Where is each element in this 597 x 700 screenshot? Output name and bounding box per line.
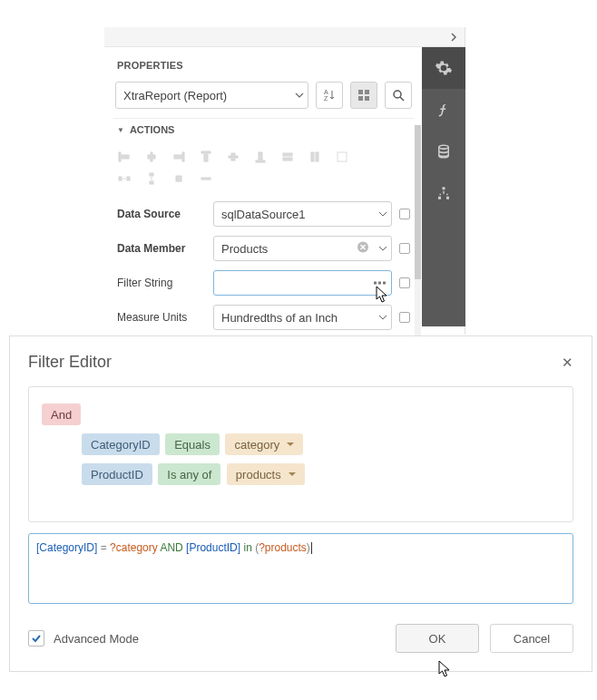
caret-down-icon [295, 91, 304, 100]
svg-rect-14 [204, 154, 208, 161]
measure-units-label: Measure Units [117, 311, 206, 324]
sidebar-fx[interactable] [422, 89, 465, 131]
clear-icon[interactable] [357, 241, 369, 257]
svg-rect-2 [358, 90, 363, 94]
close-button[interactable]: ✕ [562, 355, 573, 371]
filter-string-input[interactable] [213, 270, 392, 296]
object-select[interactable]: XtraReport (Report) [115, 82, 308, 109]
svg-rect-13 [201, 151, 210, 153]
svg-rect-11 [182, 152, 184, 161]
align-top-icon[interactable] [199, 150, 213, 164]
svg-rect-10 [148, 155, 155, 159]
align-right-icon[interactable] [171, 150, 186, 164]
same-size-icon[interactable] [335, 150, 349, 164]
sidebar-database[interactable] [422, 131, 465, 172]
svg-rect-16 [231, 153, 235, 160]
svg-rect-19 [283, 153, 292, 156]
svg-rect-3 [365, 90, 369, 94]
filter-string-label: Filter String [117, 277, 206, 289]
filter-tree: And CategoryID Equals category ProductID… [28, 386, 573, 522]
scrollbar[interactable] [415, 125, 421, 354]
svg-rect-23 [338, 152, 347, 161]
condition-row: CategoryID Equals category [42, 433, 560, 455]
properties-header: PROPERTIES [113, 47, 414, 80]
svg-text:Z: Z [324, 95, 328, 102]
actions-toolbar [113, 142, 414, 197]
database-icon [436, 143, 452, 160]
sidebar [422, 47, 465, 326]
measure-units-reset[interactable] [399, 312, 410, 323]
center-v-icon[interactable] [199, 171, 213, 186]
hspace-icon[interactable] [117, 171, 132, 186]
sidebar-tree[interactable] [422, 172, 465, 214]
cancel-button[interactable]: Cancel [490, 624, 573, 653]
same-width-icon[interactable] [280, 150, 295, 164]
gear-icon [435, 59, 453, 77]
sort-az-icon: AZ [322, 88, 337, 102]
filter-editor-modal: Filter Editor ✕ And CategoryID Equals ca… [9, 335, 592, 672]
filter-editor-title: Filter Editor [28, 353, 112, 372]
measure-units-input[interactable]: Hundredths of an Inch [213, 305, 392, 330]
svg-rect-12 [174, 155, 181, 159]
data-source-input[interactable]: sqlDataSource1 [213, 201, 392, 227]
search-icon [392, 89, 405, 102]
data-source-reset[interactable] [399, 209, 410, 219]
data-member-label: Data Member [117, 242, 206, 255]
align-center-h-icon[interactable] [144, 150, 159, 164]
value-pill[interactable]: category [225, 433, 303, 455]
collapse-chevron[interactable] [104, 27, 465, 47]
center-h-icon[interactable] [171, 171, 186, 186]
sidebar-gear[interactable] [422, 47, 465, 89]
fx-icon [436, 102, 452, 118]
filter-string-reset[interactable] [399, 277, 410, 288]
svg-rect-4 [358, 96, 363, 101]
align-middle-icon[interactable] [226, 150, 240, 164]
svg-rect-7 [119, 152, 121, 161]
data-source-label: Data Source [117, 208, 206, 220]
search-button[interactable] [385, 82, 412, 109]
object-label: XtraReport (Report) [123, 89, 227, 102]
checkbox-icon [28, 630, 44, 647]
operator-pill[interactable]: Is any of [158, 463, 220, 485]
svg-rect-22 [316, 152, 318, 161]
vspace-icon[interactable] [144, 171, 159, 186]
svg-point-6 [394, 91, 401, 98]
svg-rect-17 [256, 160, 265, 162]
condition-row: ProductID Is any of products [42, 463, 560, 485]
svg-rect-20 [283, 158, 292, 160]
svg-rect-5 [365, 96, 369, 101]
svg-rect-27 [150, 181, 153, 184]
align-bottom-icon[interactable] [253, 150, 268, 164]
caret-down-icon [378, 209, 387, 219]
caret-down-icon [378, 313, 387, 322]
actions-header[interactable]: ACTIONS [113, 118, 414, 142]
group-operator[interactable]: And [42, 403, 81, 425]
svg-rect-29 [201, 178, 210, 180]
data-member-input[interactable]: Products [213, 236, 392, 261]
svg-rect-25 [127, 177, 130, 180]
field-pill[interactable]: CategoryID [82, 433, 160, 455]
svg-rect-8 [122, 155, 129, 159]
svg-text:A: A [324, 89, 328, 95]
svg-rect-24 [119, 177, 122, 180]
align-left-icon[interactable] [117, 150, 132, 164]
same-height-icon[interactable] [308, 150, 322, 164]
data-member-reset[interactable] [399, 243, 410, 254]
grid-icon [357, 89, 370, 102]
svg-rect-21 [311, 152, 314, 161]
field-pill[interactable]: ProductID [82, 463, 152, 485]
operator-pill[interactable]: Equals [165, 433, 220, 455]
tree-icon [436, 185, 452, 201]
ellipsis-button[interactable] [374, 282, 386, 285]
filter-expression-editor[interactable]: [CategoryID] = ?category AND [ProductID]… [28, 533, 573, 604]
svg-rect-26 [150, 173, 153, 176]
svg-rect-28 [176, 176, 181, 181]
caret-down-icon [378, 244, 387, 253]
svg-rect-18 [259, 152, 262, 160]
sort-button[interactable]: AZ [316, 82, 343, 109]
advanced-mode-toggle[interactable]: Advanced Mode [28, 630, 139, 647]
category-button[interactable] [350, 82, 377, 109]
value-pill[interactable]: products [227, 463, 305, 485]
ok-button[interactable]: OK [396, 624, 479, 653]
